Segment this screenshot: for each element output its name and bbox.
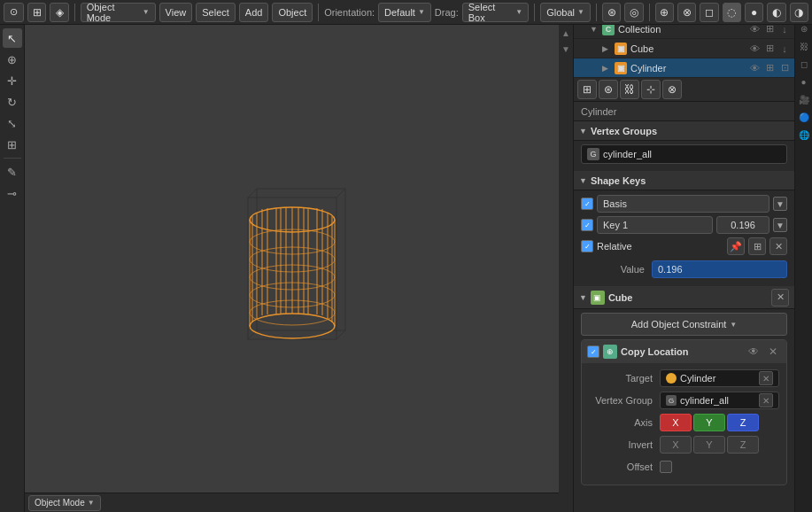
props-scene-icon[interactable]: 🔵 [797, 110, 811, 124]
shading-solid-btn[interactable]: ● [745, 3, 763, 22]
invert-btns: X Y Z [660, 436, 759, 454]
nav-icon-2[interactable]: ▼ [560, 43, 572, 55]
cube-sel-icon[interactable]: ↓ [778, 43, 791, 54]
axis-z-btn[interactable]: Z [727, 414, 759, 431]
target-clear-btn[interactable]: ✕ [759, 371, 773, 385]
snap-btn[interactable]: ⊛ [602, 3, 621, 22]
basis-toggle[interactable]: ▼ [773, 197, 787, 211]
vertex-group-row: Vertex Group G cylinder_all ✕ [589, 391, 779, 410]
pin-icon-btn[interactable]: 📌 [727, 237, 745, 255]
value-field[interactable]: 0.196 [652, 260, 787, 278]
global-dropdown[interactable]: Global ▼ [540, 3, 591, 22]
object-name-bar: Cylinder [574, 102, 794, 121]
separator-4 [596, 4, 597, 21]
props-material-icon[interactable]: ● [797, 74, 811, 89]
axis-x-btn[interactable]: X [660, 414, 692, 431]
cylinder-wireframe [213, 171, 372, 366]
props-constraints-icon[interactable]: ⛓ [797, 39, 811, 53]
vp-mode-dropdown[interactable]: Object Mode ▼ [28, 495, 101, 511]
props-data-icon[interactable]: ◻ [797, 57, 811, 71]
collection-eye-icon[interactable]: 👁 [748, 24, 761, 35]
target-field[interactable]: Cylinder ✕ [660, 369, 779, 387]
invert-y-btn[interactable]: Y [693, 436, 725, 454]
proportional-btn[interactable]: ◎ [624, 3, 643, 22]
props-world-icon[interactable]: 🌐 [797, 128, 811, 142]
orientation-dropdown[interactable]: Default ▼ [378, 3, 431, 22]
object-menu-btn[interactable]: Object [272, 3, 313, 22]
show-overlay-btn[interactable]: ⊗ [677, 3, 696, 22]
scene-btn[interactable]: ⊞ [27, 3, 46, 22]
particles-icon-btn[interactable]: ⊹ [641, 80, 661, 99]
separator-3 [534, 4, 535, 21]
constraints-extra-btn[interactable]: ✕ [771, 289, 789, 306]
cursor-tool-btn[interactable]: ⊕ [3, 50, 22, 69]
view-layer-btn[interactable]: ◈ [50, 3, 68, 22]
show-gizmo-btn[interactable]: ⊕ [655, 3, 674, 22]
cyl-sel-icon[interactable]: ⊡ [778, 62, 791, 74]
key1-toggle[interactable]: ▼ [773, 218, 787, 232]
props-render-icon[interactable]: 🎥 [797, 92, 811, 106]
transform-tool-btn[interactable]: ⊞ [3, 135, 22, 154]
cyl-eye-icon[interactable]: 👁 [748, 63, 761, 74]
relative-check[interactable]: ✓ [581, 240, 593, 252]
axis-y-btn[interactable]: Y [693, 414, 725, 431]
add-menu-btn[interactable]: Add [239, 3, 269, 22]
move-tool-btn[interactable]: ✛ [3, 71, 22, 90]
rotate-tool-btn[interactable]: ↻ [3, 92, 22, 112]
shading-wire-btn[interactable]: ◌ [723, 3, 741, 22]
vgroup-clear-btn[interactable]: ✕ [759, 393, 773, 407]
offset-check[interactable] [660, 461, 672, 473]
cylinder-label: Cylinder [630, 63, 746, 74]
view-menu-btn[interactable]: View [159, 3, 193, 22]
nav-icon-1[interactable]: ▲ [560, 27, 572, 39]
sk-close-btn[interactable]: ✕ [769, 237, 787, 255]
cl-body: Target Cylinder ✕ Vertex Group G cylinde… [582, 363, 786, 485]
cl-close-btn[interactable]: ✕ [765, 344, 781, 360]
viewport-3d[interactable] [25, 25, 559, 512]
cube-eye-icon[interactable]: 👁 [748, 43, 761, 54]
shading-material-btn[interactable]: ◐ [767, 3, 785, 22]
vgroup-field[interactable]: G cylinder_all ✕ [660, 392, 779, 409]
cube-icons: 👁 ⊞ ↓ [748, 43, 791, 54]
annotate-tool-btn[interactable]: ✎ [3, 162, 22, 182]
basis-label[interactable]: Basis [597, 195, 769, 213]
key1-value[interactable]: 0.196 [716, 216, 769, 234]
vg-icon: G [587, 148, 599, 160]
orientation-value: Default [384, 7, 415, 18]
mode-dropdown[interactable]: Object Mode ▼ [81, 3, 156, 22]
add-constraint-btn[interactable]: Add Object Constraint ▼ [581, 313, 787, 336]
outliner-cube[interactable]: ▶ ▣ Cube 👁 ⊞ ↓ [574, 39, 794, 58]
key1-text: Key 1 [603, 220, 628, 230]
drag-dropdown[interactable]: Select Box ▼ [462, 3, 529, 22]
cyl-render-icon[interactable]: ⊞ [763, 62, 776, 74]
cl-enable-check[interactable]: ✓ [587, 345, 599, 358]
modifier-icon-btn[interactable]: ⊛ [599, 80, 618, 99]
object-data-icon-btn[interactable]: ⊞ [577, 80, 597, 99]
shading-render-btn[interactable]: ◑ [790, 3, 808, 22]
physics-icon-btn[interactable]: ⊗ [662, 80, 682, 99]
collection-sel-icon[interactable]: ↓ [778, 24, 791, 35]
select-menu-btn[interactable]: Select [196, 3, 236, 22]
key1-check[interactable]: ✓ [581, 219, 593, 231]
cyl-icons: 👁 ⊞ ⊡ [748, 62, 791, 74]
viewport[interactable]: ▲ ▼ Object Mode ▼ [25, 25, 573, 512]
constraints-obj-icon: ▣ [591, 291, 605, 305]
cl-eye-btn[interactable]: 👁 [746, 344, 762, 360]
shape-keys-header[interactable]: ▼ Shape Keys [574, 171, 794, 190]
key1-label[interactable]: Key 1 [597, 216, 713, 234]
blender-menu-btn[interactable]: ⊙ [4, 3, 24, 22]
invert-z-btn[interactable]: Z [727, 436, 759, 454]
constraints-icon-btn[interactable]: ⛓ [620, 80, 639, 99]
basis-check[interactable]: ✓ [581, 198, 593, 210]
vertex-group-field[interactable]: G cylinder_all [581, 144, 787, 164]
invert-x-btn[interactable]: X [660, 436, 692, 454]
cube-render-icon[interactable]: ⊞ [763, 43, 776, 54]
outliner-cylinder[interactable]: ▶ ▣ Cylinder 👁 ⊞ ⊡ [574, 58, 794, 78]
xray-btn[interactable]: ◻ [700, 3, 718, 22]
scale-tool-btn[interactable]: ⤡ [3, 113, 22, 133]
select-tool-btn[interactable]: ↖ [3, 28, 22, 48]
measure-tool-btn[interactable]: ⊸ [3, 183, 22, 203]
sk-options-btn[interactable]: ⊞ [748, 237, 766, 255]
axis-lbl: Axis [589, 417, 660, 428]
vertex-groups-header[interactable]: ▼ Vertex Groups [574, 121, 794, 141]
